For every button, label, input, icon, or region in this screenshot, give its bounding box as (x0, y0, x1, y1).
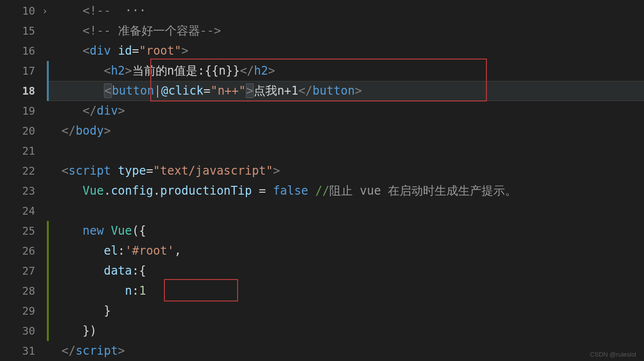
code-line[interactable]: }) (49, 321, 644, 341)
code-line[interactable]: <!-- ··· (49, 1, 644, 21)
code-content[interactable]: <!-- ··· <!-- 准备好一个容器--> <div id="root">… (49, 0, 644, 361)
code-line[interactable]: data:{ (49, 261, 644, 281)
code-line[interactable]: <div id="root"> (49, 41, 644, 61)
line-gutter: 10› 15 16 17 18 19 20 21 22 23 24 25 26 … (0, 0, 49, 361)
fold-icon[interactable]: › (42, 1, 48, 21)
line-number: 26 (0, 241, 49, 261)
line-number: 15 (0, 21, 49, 41)
line-number: 16 (0, 41, 49, 61)
line-number-active: 18 (0, 81, 49, 101)
watermark: CSDN @ruleslol (590, 351, 636, 358)
line-number: 20 (0, 121, 49, 141)
line-number: 28 (0, 281, 49, 301)
code-line[interactable]: </script> (49, 341, 644, 361)
line-number: 22 (0, 161, 49, 181)
code-line[interactable]: new Vue({ (49, 221, 644, 241)
line-number: 10› (0, 1, 49, 21)
line-number: 31 (0, 341, 49, 361)
line-number: 19 (0, 101, 49, 121)
line-number: 17 (0, 61, 49, 81)
code-line[interactable] (49, 201, 644, 221)
code-editor[interactable]: 10› 15 16 17 18 19 20 21 22 23 24 25 26 … (0, 0, 644, 361)
line-number: 23 (0, 181, 49, 201)
code-line[interactable]: <!-- 准备好一个容器--> (49, 21, 644, 41)
code-line[interactable]: </div> (49, 101, 644, 121)
line-number: 29 (0, 301, 49, 321)
line-number: 21 (0, 141, 49, 161)
line-number: 24 (0, 201, 49, 221)
code-line[interactable]: <h2>当前的n值是:{{n}}</h2> (49, 61, 644, 81)
code-line[interactable]: Vue.config.productionTip = false //阻止 vu… (49, 181, 644, 201)
cursor-icon: | (154, 84, 161, 98)
line-number: 25 (0, 221, 49, 241)
code-line[interactable]: </body> (49, 121, 644, 141)
code-line-active[interactable]: <button|@click="n++">点我n+1</button> (49, 81, 644, 101)
code-line[interactable]: } (49, 301, 644, 321)
line-number: 27 (0, 261, 49, 281)
line-number: 30 (0, 321, 49, 341)
code-line[interactable]: n:1 (49, 281, 644, 301)
code-line[interactable] (49, 141, 644, 161)
code-line[interactable]: <script type="text/javascript"> (49, 161, 644, 181)
code-line[interactable]: el:'#root', (49, 241, 644, 261)
